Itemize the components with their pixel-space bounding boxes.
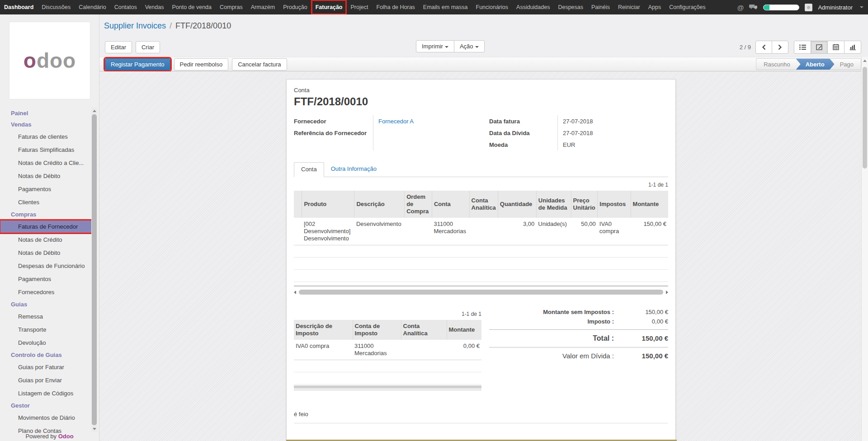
- topnav-configuracoes[interactable]: Configurações: [665, 0, 710, 14]
- supplier-field-label: Fornecedor: [294, 118, 331, 125]
- invoice-number-title: FTF/2018/0010: [294, 95, 668, 108]
- cell-conta-analitica: [469, 218, 498, 245]
- status-step-rascunho[interactable]: Rascunho: [756, 58, 800, 70]
- form-view-area: Conta FTF/2018/0010 Fornecedor Referênci…: [99, 71, 868, 441]
- sidebar-item-notas-debito-vendas[interactable]: Notas de Débito: [0, 169, 91, 183]
- col-header-preco-unitario: Preço Unitário: [571, 191, 598, 218]
- sidebar-heading-controlo-de-guias[interactable]: Controlo de Guias: [0, 349, 91, 361]
- sidebar-item-movimentos-de-diario[interactable]: Movimentos de Diário: [0, 411, 91, 424]
- topnav-assiduidades[interactable]: Assiduidades: [512, 0, 554, 14]
- scroll-up-icon[interactable]: [862, 57, 868, 64]
- sidebar-scrollbar-thumb[interactable]: [92, 114, 97, 425]
- sidebar-heading-vendas[interactable]: Vendas: [0, 119, 91, 130]
- sidebar-heading-compras[interactable]: Compras: [0, 209, 91, 220]
- topnav-faturacao-highlighted[interactable]: Faturação: [311, 0, 347, 14]
- edit-button[interactable]: Editar: [105, 41, 132, 53]
- sidebar-item-notas-credito-clientes[interactable]: Notas de Crédito a Clie...: [0, 156, 91, 169]
- topnav-project[interactable]: Project: [346, 0, 372, 14]
- sidebar-heading-gestor[interactable]: Gestor: [0, 400, 91, 411]
- topnav-apps[interactable]: Apps: [644, 0, 665, 14]
- sidebar-item-clientes[interactable]: Clientes: [0, 196, 91, 209]
- horizontal-scrollbar[interactable]: [294, 289, 668, 296]
- powered-by-brand-link[interactable]: Odoo: [58, 433, 74, 440]
- sidebar-item-notas-credito-compras[interactable]: Notas de Crédito: [0, 233, 91, 246]
- col-header-produto: Produto: [302, 191, 354, 218]
- cancel-invoice-button[interactable]: Cancelar factura: [232, 58, 287, 70]
- topnav-reiniciar[interactable]: Reiniciar: [614, 0, 644, 14]
- topnav-calendario[interactable]: Calendário: [75, 0, 110, 14]
- sidebar-item-faturas-de-fornecedor-selected[interactable]: Faturas de Fornecedor: [0, 220, 93, 233]
- topnav-funcionarios[interactable]: Funcionários: [472, 0, 513, 14]
- total-value: 150,00 €: [620, 334, 668, 342]
- cell-conta: 311000 Mercadorias: [432, 218, 469, 245]
- sidebar-item-pagamentos-compras[interactable]: Pagamentos: [0, 272, 91, 286]
- topnav-discussoes[interactable]: Discussões: [38, 0, 75, 14]
- scroll-down-icon[interactable]: [91, 426, 97, 432]
- sidebar-item-fornecedores[interactable]: Fornecedores: [0, 286, 91, 299]
- graph-view-icon: [849, 44, 856, 50]
- user-menu[interactable]: Administrator: [818, 4, 853, 11]
- topnav-armazem[interactable]: Armazém: [247, 0, 279, 14]
- vertical-scrollbar-thumb[interactable]: [863, 67, 867, 169]
- topnav-paineis[interactable]: Painéis: [587, 0, 614, 14]
- topnav-emails-em-massa[interactable]: Emails em massa: [419, 0, 472, 14]
- status-step-aberto-active[interactable]: Aberto: [796, 58, 835, 70]
- table-bottom-divider: [294, 285, 668, 287]
- chat-bubbles-icon[interactable]: [749, 4, 758, 10]
- invoice-line-row[interactable]: [002 Desenvolvimento] Desenvolvimento De…: [294, 218, 668, 245]
- breadcrumb-parent-link[interactable]: Supplier Invoices: [104, 21, 166, 31]
- status-step-pago[interactable]: Pago: [830, 58, 861, 70]
- topnav-producao[interactable]: Produção: [279, 0, 311, 14]
- sidebar-item-guias-por-faturar[interactable]: Guias por Faturar: [0, 361, 91, 374]
- sidebar-heading-painel[interactable]: Painel: [0, 108, 91, 119]
- supplier-reference-field-label: Referência do Fornecedor: [294, 130, 371, 136]
- topnav-dashboard[interactable]: Dashboard: [0, 0, 38, 14]
- sidebar-item-guias-por-enviar[interactable]: Guias por Enviar: [0, 374, 91, 387]
- scroll-left-icon[interactable]: [294, 291, 296, 294]
- topnav-vendas[interactable]: Vendas: [141, 0, 168, 14]
- sidebar-item-listagem-de-codigos[interactable]: Listagem de Códigos: [0, 387, 91, 400]
- sidebar-item-transporte[interactable]: Transporte: [0, 323, 91, 336]
- sidebar-item-faturas-simplificadas[interactable]: Faturas Simplificadas: [0, 143, 91, 156]
- calendar-view-button[interactable]: [827, 41, 844, 54]
- topnav-despesas[interactable]: Despesas: [554, 0, 587, 14]
- next-record-button[interactable]: [772, 41, 788, 54]
- cell-descricao: Desenvolvimento: [354, 218, 405, 245]
- timer-progress-bar[interactable]: [763, 5, 799, 10]
- sidebar-heading-guias[interactable]: Guias: [0, 299, 91, 310]
- sidebar-item-remessa[interactable]: Remessa: [0, 310, 91, 323]
- sidebar-item-faturas-de-clientes[interactable]: Faturas de clientes: [0, 130, 91, 143]
- request-refund-button[interactable]: Pedir reembolso: [174, 58, 229, 70]
- header-fields: Fornecedor Referência do Fornecedor Forn…: [294, 115, 668, 150]
- empty-line-row: [294, 245, 668, 258]
- horizontal-scrollbar-thumb[interactable]: [299, 290, 663, 295]
- register-payment-button-highlighted[interactable]: Registar Pagamento: [105, 58, 170, 70]
- topnav-contatos[interactable]: Contatos: [110, 0, 141, 14]
- sidebar-item-despesas-de-funcionario[interactable]: Despesas de Funcionário: [0, 259, 91, 272]
- create-button[interactable]: Criar: [136, 41, 160, 53]
- topnav-compras[interactable]: Compras: [216, 0, 247, 14]
- sidebar-item-pagamentos-vendas[interactable]: Pagamentos: [0, 183, 91, 196]
- tax-line-row[interactable]: IVA0 compra 311000 Mercadorias 0,00 €: [294, 340, 481, 360]
- user-avatar[interactable]: [805, 4, 812, 11]
- col-header-conta-analitica: Conta Analítica: [469, 191, 498, 218]
- content-vertical-scrollbar[interactable]: [861, 57, 868, 441]
- scroll-up-icon[interactable]: [91, 108, 97, 114]
- topnav-folha-de-horas[interactable]: Folha de Horas: [372, 0, 419, 14]
- mentions-icon[interactable]: @: [737, 4, 744, 11]
- action-dropdown-button[interactable]: Ação: [454, 40, 485, 52]
- form-view-button[interactable]: [811, 41, 828, 54]
- graph-view-button[interactable]: [844, 41, 861, 54]
- supplier-link[interactable]: Fornecedor A: [378, 118, 414, 125]
- previous-record-button[interactable]: [755, 41, 772, 54]
- tab-outra-informacao[interactable]: Outra Informação: [324, 162, 383, 177]
- scroll-right-icon[interactable]: [666, 291, 668, 294]
- tab-conta-active[interactable]: Conta: [294, 162, 324, 177]
- sidebar-item-devolucao[interactable]: Devolução: [0, 336, 91, 349]
- topnav-ponto-de-venda[interactable]: Ponto de venda: [168, 0, 216, 14]
- print-dropdown-button[interactable]: Imprimir: [416, 40, 454, 52]
- list-view-button[interactable]: [794, 41, 811, 54]
- sidebar-scrollbar[interactable]: [91, 108, 97, 432]
- col-header-unidades-de-medida: Unidades de Medida: [536, 191, 571, 218]
- sidebar-item-notas-debito-compras[interactable]: Notas de Débito: [0, 246, 91, 259]
